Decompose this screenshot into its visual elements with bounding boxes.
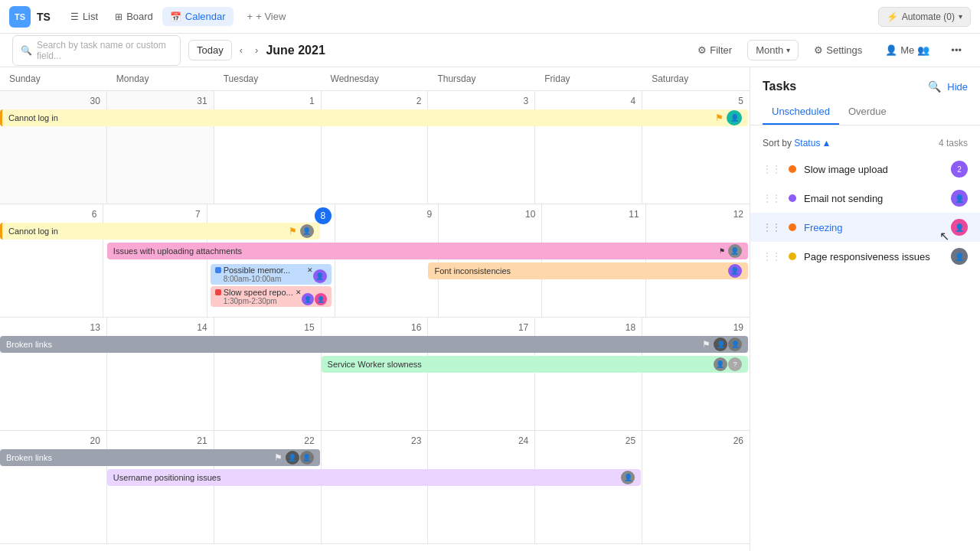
top-nav: TS TS ☰ List ⊞ Board 📅 Calendar + + View… — [0, 0, 980, 34]
week-3-grid: 13 14 15 16 17 18 19 — [0, 318, 750, 430]
automate-button[interactable]: ⚡ Automate (0) ▾ — [878, 7, 971, 27]
day-num: 10 — [442, 207, 538, 221]
day-jun6: 6 — [0, 204, 103, 317]
tab-list[interactable]: ☰ List — [63, 7, 106, 26]
sort-status[interactable]: Status ▲ — [794, 138, 831, 148]
task-item-email[interactable]: ⋮⋮ Email not sending 👤 — [750, 184, 980, 213]
day-num-current: 8 — [315, 207, 332, 224]
task-name-link[interactable]: Freezing — [804, 222, 943, 233]
day-num: 21 — [110, 434, 211, 448]
avatar: 👤 — [951, 219, 968, 236]
add-view-button[interactable]: + + View — [240, 7, 294, 26]
avatar: 👤 — [286, 451, 299, 465]
event-slow-speed[interactable]: Slow speed repo... ✕ 1:30pm-2:30pm 👤 👤 — [211, 286, 332, 307]
today-button[interactable]: Today — [188, 40, 232, 60]
avatar: 👤 — [728, 244, 742, 258]
day-jun1: 1 — [214, 91, 322, 204]
tab-overdue[interactable]: Overdue — [839, 99, 896, 125]
tab-board-label: Board — [126, 11, 153, 22]
settings-label: Settings — [826, 44, 862, 56]
avatar: 👤 — [951, 248, 968, 265]
task-status-dot — [789, 223, 796, 231]
event-label: Font inconsistencies — [434, 266, 511, 276]
tasks-header: Tasks 🔍 Hide — [750, 67, 980, 99]
task-item-freezing[interactable]: ⋮⋮ Freezing 👤 ↖ — [750, 213, 980, 242]
day-num: 1 — [217, 94, 318, 108]
filter-label: Filter — [710, 44, 732, 56]
event-service-worker[interactable]: Service Worker slowness 👤 ? — [322, 356, 748, 373]
more-button[interactable]: ••• — [945, 41, 968, 60]
next-arrow[interactable]: › — [250, 41, 263, 59]
group-icon: 👥 — [917, 44, 929, 56]
drag-handle-icon: ⋮⋮ — [763, 193, 781, 204]
event-label: Cannot log in — [8, 227, 58, 236]
prev-arrow[interactable]: ‹ — [235, 41, 247, 59]
event-broken-links-w4[interactable]: Broken links ⚑ 👤 👤 — [0, 449, 320, 466]
day-num: 30 — [3, 94, 103, 108]
avatar: 👤 — [714, 337, 727, 351]
day-jun7: 7 — [103, 204, 207, 317]
event-label: Broken links — [6, 340, 52, 349]
event-cannot-log-in-w1[interactable]: Cannot log in ⚑ 👤 — [0, 109, 748, 126]
avatar: 2 — [951, 161, 968, 178]
day-num: 23 — [325, 434, 425, 448]
tab-board[interactable]: ⊞ Board — [107, 7, 161, 26]
day-num: 26 — [645, 434, 746, 448]
settings-button[interactable]: ⚙ Settings — [806, 41, 870, 60]
day-num: 17 — [431, 321, 531, 334]
header-tuesday: Tuesday — [214, 67, 322, 90]
close-icon: ✕ — [296, 289, 302, 296]
avatar: 👤 — [728, 337, 742, 351]
tasks-sort: Sort by Status ▲ 4 tasks — [750, 132, 980, 155]
day-jun25: 25 — [535, 431, 642, 543]
event-username[interactable]: Username positioning issues 👤 — [107, 469, 641, 486]
close-icon: ⚑ — [719, 247, 725, 255]
event-uploading[interactable]: Issues with uploading attachments ⚑ 👤 — [107, 243, 748, 259]
event-font[interactable]: Font inconsistencies 👤 — [428, 262, 748, 279]
filter-button[interactable]: ⚙ Filter — [690, 41, 740, 60]
tab-unscheduled[interactable]: Unscheduled — [763, 99, 839, 125]
avatar-initials: 2 — [957, 165, 962, 174]
day-headers: Sunday Monday Tuesday Wednesday Thursday… — [0, 67, 750, 91]
header-monday: Monday — [107, 67, 214, 90]
tab-calendar[interactable]: 📅 Calendar — [162, 7, 234, 26]
day-num: 25 — [538, 434, 639, 448]
list-icon: ☰ — [70, 11, 79, 22]
task-count: 4 tasks — [939, 138, 968, 148]
calendar-icon: 📅 — [170, 11, 181, 22]
tasks-title: Tasks — [763, 80, 796, 93]
day-jun16: 16 — [322, 318, 429, 430]
automate-label: Automate (0) — [902, 11, 955, 22]
me-button[interactable]: 👤 Me 👥 — [877, 41, 937, 60]
app-title: TS — [37, 11, 51, 23]
settings-icon: ⚙ — [814, 44, 823, 56]
search-tasks-icon[interactable]: 🔍 — [928, 80, 941, 93]
search-placeholder: Search by task name or custom field... — [37, 40, 172, 61]
search-box[interactable]: 🔍 Search by task name or custom field... — [12, 35, 181, 66]
month-selector[interactable]: Month ▾ — [747, 40, 799, 60]
avatar: 👤 — [315, 293, 327, 305]
nav-tabs: ☰ List ⊞ Board 📅 Calendar — [63, 7, 234, 26]
calendar: Sunday Monday Tuesday Wednesday Thursday… — [0, 67, 750, 551]
task-item-slow-image[interactable]: ⋮⋮ Slow image upload 2 — [750, 155, 980, 184]
event-cannot-log-in-w2[interactable]: Cannot log in ⚑ 👤 — [0, 223, 320, 240]
day-jun26: 26 — [642, 431, 750, 543]
day-jun15: 15 — [214, 318, 322, 430]
tab-calendar-label: Calendar — [185, 11, 226, 22]
chevron-down-icon: ▾ — [959, 12, 962, 21]
day-jun9: 9 — [335, 204, 439, 317]
day-num: 6 — [3, 207, 100, 221]
day-num: 20 — [3, 434, 103, 448]
task-item-page-responsiveness[interactable]: ⋮⋮ Page responsiveness issues 👤 — [750, 242, 980, 271]
day-jun13: 13 — [0, 318, 107, 430]
event-possible-memory[interactable]: Possible memor... ✕ 8:00am-10:00am 👤 — [211, 264, 332, 285]
avatar-initials: 👤 — [955, 223, 964, 232]
day-num: 5 — [645, 94, 746, 108]
day-jun24: 24 — [428, 431, 535, 543]
event-label: Cannot log in — [8, 113, 58, 122]
event-broken-links-w3[interactable]: Broken links ⚑ 👤 👤 — [0, 336, 748, 353]
hide-button[interactable]: Hide — [947, 81, 968, 93]
avatar-initials: 👤 — [955, 194, 964, 203]
month-label: Month — [756, 44, 783, 56]
toolbar: 🔍 Search by task name or custom field...… — [0, 34, 980, 67]
